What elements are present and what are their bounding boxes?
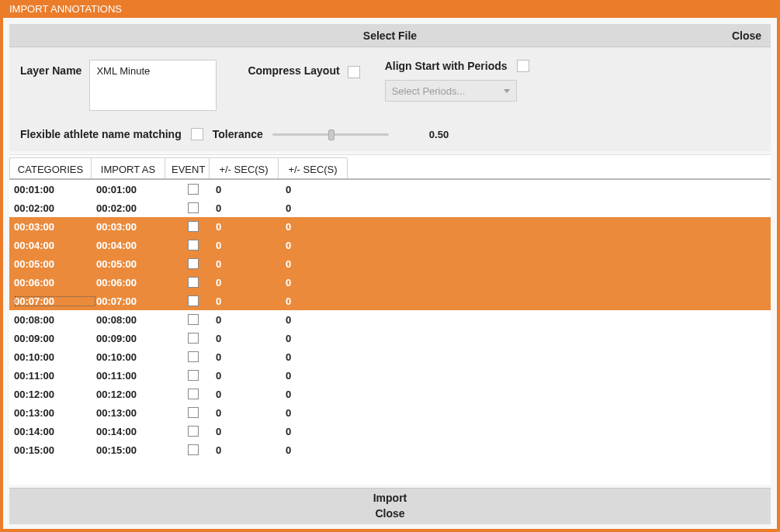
cell-sec-after[interactable]: 0 xyxy=(286,389,355,400)
cell-import-as[interactable]: 00:04:00 xyxy=(96,240,171,251)
cell-sec-before[interactable]: 0 xyxy=(216,240,286,251)
cell-import-as[interactable]: 00:10:00 xyxy=(96,351,171,363)
event-checkbox[interactable] xyxy=(188,407,199,418)
cell-sec-after[interactable]: 0 xyxy=(286,240,355,251)
table-row[interactable]: 00:15:0000:15:0000 xyxy=(9,440,771,459)
cell-sec-after[interactable]: 0 xyxy=(286,295,355,307)
cell-sec-after[interactable]: 0 xyxy=(286,370,355,382)
table-row[interactable]: 00:06:0000:06:0000 xyxy=(9,273,771,292)
cell-sec-before[interactable]: 0 xyxy=(216,426,286,437)
cell-import-as[interactable]: 00:01:00 xyxy=(96,184,171,195)
table-row[interactable]: 00:11:0000:11:0000 xyxy=(9,366,771,385)
close-button-top[interactable]: Close xyxy=(732,29,761,42)
cell-category[interactable]: 00:04:00 xyxy=(14,240,96,251)
cell-import-as[interactable]: 00:03:00 xyxy=(96,221,171,233)
event-checkbox[interactable] xyxy=(188,240,199,250)
cell-sec-after[interactable]: 0 xyxy=(286,351,355,363)
cell-sec-before[interactable]: 0 xyxy=(216,277,286,288)
cell-sec-before[interactable]: 0 xyxy=(216,351,286,363)
event-checkbox[interactable] xyxy=(188,221,199,232)
cell-import-as[interactable]: 00:07:00 xyxy=(96,295,171,307)
table-row[interactable]: 00:09:0000:09:0000 xyxy=(9,329,771,347)
cell-import-as[interactable]: 00:06:00 xyxy=(96,277,171,288)
cell-sec-after[interactable]: 0 xyxy=(286,333,355,344)
header-import-as[interactable]: IMPORT AS xyxy=(91,157,165,178)
event-checkbox[interactable] xyxy=(188,370,199,381)
table-row[interactable]: 00:03:0000:03:0000 xyxy=(9,217,771,236)
cell-category[interactable]: 00:01:00 xyxy=(14,184,96,195)
event-checkbox[interactable] xyxy=(188,444,199,455)
cell-category[interactable]: 00:15:00 xyxy=(14,444,96,456)
cell-sec-after[interactable]: 0 xyxy=(286,202,355,214)
cell-sec-before[interactable]: 0 xyxy=(216,221,286,233)
cell-import-as[interactable]: 00:13:00 xyxy=(96,407,171,419)
cell-category[interactable]: 00:07:00 xyxy=(14,295,96,307)
cell-sec-before[interactable]: 0 xyxy=(216,184,286,195)
layer-name-input[interactable]: XML Minute xyxy=(89,60,217,111)
event-checkbox[interactable] xyxy=(188,351,199,362)
cell-category[interactable]: 00:03:00 xyxy=(14,221,96,233)
table-row[interactable]: 00:01:0000:01:0000 xyxy=(9,180,771,199)
cell-category[interactable]: 00:08:00 xyxy=(14,314,96,326)
event-checkbox[interactable] xyxy=(188,202,199,213)
header-categories[interactable]: CATEGORIES xyxy=(9,157,92,178)
event-checkbox[interactable] xyxy=(188,426,199,437)
select-file-button[interactable]: Select File xyxy=(363,29,417,42)
cell-import-as[interactable]: 00:08:00 xyxy=(96,314,171,326)
event-checkbox[interactable] xyxy=(188,333,199,344)
header-sec-before[interactable]: +/- SEC(S) xyxy=(209,157,279,178)
table-row[interactable]: 00:04:0000:04:0000 xyxy=(9,236,771,254)
cell-category[interactable]: 00:09:00 xyxy=(14,333,96,344)
event-checkbox[interactable] xyxy=(188,389,199,399)
event-checkbox[interactable] xyxy=(188,184,199,195)
cell-category[interactable]: 00:06:00 xyxy=(14,277,96,288)
cell-category[interactable]: 00:11:00 xyxy=(14,370,96,382)
compress-layout-checkbox[interactable] xyxy=(348,66,360,78)
cell-import-as[interactable]: 00:05:00 xyxy=(96,258,171,270)
cell-sec-after[interactable]: 0 xyxy=(286,314,355,326)
cell-category[interactable]: 00:10:00 xyxy=(14,351,96,363)
flexible-matching-checkbox[interactable] xyxy=(191,128,203,140)
cell-import-as[interactable]: 00:14:00 xyxy=(96,426,171,437)
table-row[interactable]: 00:08:0000:08:0000 xyxy=(9,310,771,329)
header-sec-after[interactable]: +/- SEC(S) xyxy=(278,157,348,178)
close-button-bottom[interactable]: Close xyxy=(375,507,404,520)
cell-sec-after[interactable]: 0 xyxy=(286,407,355,419)
table-row[interactable]: 00:10:0000:10:0000 xyxy=(9,347,771,366)
cell-category[interactable]: 00:13:00 xyxy=(14,407,96,419)
cell-import-as[interactable]: 00:11:00 xyxy=(96,370,171,382)
event-checkbox[interactable] xyxy=(188,277,199,288)
table-body[interactable]: 00:01:0000:01:000000:02:0000:02:000000:0… xyxy=(9,180,771,485)
import-button[interactable]: Import xyxy=(373,492,407,504)
slider-thumb[interactable] xyxy=(328,130,335,140)
cell-import-as[interactable]: 00:15:00 xyxy=(96,444,171,456)
cell-import-as[interactable]: 00:09:00 xyxy=(96,333,171,344)
header-event[interactable]: EVENT xyxy=(165,157,210,178)
cell-sec-before[interactable]: 0 xyxy=(216,202,286,214)
cell-sec-before[interactable]: 0 xyxy=(216,258,286,270)
table-row[interactable]: 00:13:0000:13:0000 xyxy=(9,403,771,422)
cell-sec-after[interactable]: 0 xyxy=(286,258,355,270)
event-checkbox[interactable] xyxy=(188,295,199,306)
cell-sec-before[interactable]: 0 xyxy=(216,295,286,307)
cell-sec-after[interactable]: 0 xyxy=(286,426,355,437)
cell-sec-after[interactable]: 0 xyxy=(286,277,355,288)
cell-category[interactable]: 00:12:00 xyxy=(14,389,96,400)
tolerance-slider[interactable] xyxy=(272,128,389,140)
table-row[interactable]: 00:12:0000:12:0000 xyxy=(9,385,771,403)
cell-category[interactable]: 00:14:00 xyxy=(14,426,96,437)
align-checkbox[interactable] xyxy=(517,60,529,72)
cell-sec-before[interactable]: 0 xyxy=(216,407,286,419)
table-row[interactable]: 00:05:0000:05:0000 xyxy=(9,254,771,273)
cell-sec-before[interactable]: 0 xyxy=(216,444,286,456)
select-periods-dropdown[interactable]: Select Periods... xyxy=(385,80,517,102)
cell-category[interactable]: 00:02:00 xyxy=(14,202,96,214)
cell-sec-before[interactable]: 0 xyxy=(216,370,286,382)
cell-sec-before[interactable]: 0 xyxy=(216,314,286,326)
cell-category[interactable]: 00:05:00 xyxy=(14,258,96,270)
cell-sec-before[interactable]: 0 xyxy=(216,333,286,344)
table-row[interactable]: 00:14:0000:14:0000 xyxy=(9,422,771,440)
cell-import-as[interactable]: 00:12:00 xyxy=(96,389,171,400)
cell-import-as[interactable]: 00:02:00 xyxy=(96,202,171,214)
cell-sec-after[interactable]: 0 xyxy=(286,184,355,195)
